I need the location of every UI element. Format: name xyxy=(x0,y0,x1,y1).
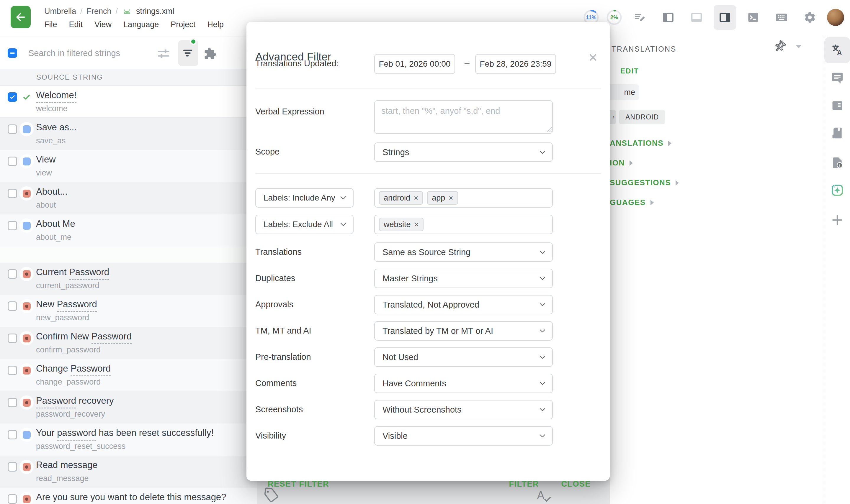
resize-grip[interactable] xyxy=(546,127,552,132)
row-checkbox[interactable] xyxy=(8,269,17,279)
status-halo xyxy=(19,331,34,345)
row-checkbox[interactable] xyxy=(8,462,17,471)
source-string-column-label: SOURCE STRING xyxy=(36,73,103,82)
search-input[interactable] xyxy=(28,44,152,62)
list-item[interactable]: About... about xyxy=(0,182,257,214)
panel-link-suggestions[interactable]: SUGGESTIONS xyxy=(610,173,679,193)
date-from-input[interactable]: Feb 01, 2026 00:00 xyxy=(374,54,455,74)
keyboard-icon[interactable] xyxy=(770,5,793,30)
list-item[interactable]: Read message read_message xyxy=(0,456,257,488)
row-checkbox[interactable] xyxy=(8,301,17,311)
translate-icon[interactable]: A xyxy=(824,37,850,63)
comment-icon[interactable] xyxy=(824,65,850,91)
menu-item-view[interactable]: View xyxy=(94,20,111,29)
list-item[interactable]: Confirm New Password confirm_password xyxy=(0,327,257,359)
remove-tag-icon[interactable]: × xyxy=(414,194,418,203)
list-item[interactable]: New Password new_password xyxy=(0,295,257,327)
date-to-input[interactable]: Feb 28, 2026 23:59 xyxy=(475,54,556,74)
select-all-checkbox[interactable] xyxy=(8,48,17,58)
label-tag-android: android× xyxy=(379,191,423,205)
filter-label: Visibility xyxy=(255,431,286,440)
source-string-text: Are you sure you want to delete this mes… xyxy=(36,492,226,503)
source-strings-panel: SOURCE STRING Welcome! welcome Save as..… xyxy=(0,37,257,504)
string-key: password_recovery xyxy=(36,410,105,419)
glossary-book-icon[interactable] xyxy=(824,120,850,146)
filter-active-dot xyxy=(190,38,196,45)
layout-bottom-panel-icon[interactable] xyxy=(685,5,708,30)
reset-filter-button[interactable]: RESET FILTER xyxy=(268,480,329,489)
verbal-expression-input[interactable] xyxy=(374,100,553,134)
filter-select-comments[interactable]: Have Comments xyxy=(374,374,553,393)
puzzle-icon[interactable] xyxy=(201,44,220,63)
filter-select-pre-translation[interactable]: Not Used xyxy=(374,347,553,367)
row-checkbox[interactable] xyxy=(8,221,17,230)
list-item[interactable]: Your password has been reset successfull… xyxy=(0,424,257,456)
filter-select-duplicates[interactable]: Master Strings xyxy=(374,269,553,288)
menu-item-project[interactable]: Project xyxy=(171,20,195,29)
labels-tag-field[interactable]: android×app× xyxy=(374,188,553,208)
chevron-down-icon[interactable] xyxy=(796,45,802,48)
breadcrumb-language[interactable]: French xyxy=(87,7,111,16)
layout-right-panel-icon[interactable] xyxy=(714,5,736,30)
menu-item-language[interactable]: Language xyxy=(123,20,159,29)
back-button[interactable] xyxy=(11,6,31,28)
terminal-icon[interactable] xyxy=(742,5,764,30)
list-item[interactable]: Welcome! welcome xyxy=(0,86,257,118)
list-gap xyxy=(0,247,257,263)
source-string-text: Welcome! xyxy=(36,90,76,101)
menu-item-file[interactable]: File xyxy=(44,20,57,29)
draft-edit-icon[interactable] xyxy=(629,5,651,30)
chevron-right-icon xyxy=(668,141,672,146)
row-checkbox[interactable] xyxy=(8,494,17,504)
ai-assist-icon[interactable] xyxy=(824,177,850,203)
list-item[interactable]: Change Password change_password xyxy=(0,359,257,391)
menu-item-edit[interactable]: Edit xyxy=(69,20,83,29)
status-issue-icon xyxy=(23,495,31,503)
edit-link[interactable]: EDIT xyxy=(620,67,639,75)
file-info-icon[interactable]: i xyxy=(824,150,850,176)
panel-link-ion[interactable]: ION xyxy=(610,153,679,173)
scope-select[interactable]: Strings xyxy=(374,142,553,162)
row-checkbox[interactable] xyxy=(8,124,17,134)
gear-icon[interactable] xyxy=(799,5,821,30)
row-checkbox[interactable] xyxy=(8,398,17,407)
close-button[interactable]: CLOSE xyxy=(561,480,591,489)
panel-link-anslations[interactable]: ANSLATIONS xyxy=(610,133,679,153)
breadcrumb-file[interactable]: strings.xml xyxy=(136,7,174,16)
menu-item-help[interactable]: Help xyxy=(207,20,224,29)
list-item[interactable]: View view xyxy=(0,150,257,182)
breadcrumb-project[interactable]: Umbrella xyxy=(44,7,76,16)
row-checkbox[interactable] xyxy=(8,334,17,343)
filter-select-approvals[interactable]: Translated, Not Approved xyxy=(374,295,553,314)
filter-select-visibility[interactable]: Visible xyxy=(374,426,553,446)
filter-select-screenshots[interactable]: Without Screenshots xyxy=(374,400,553,419)
list-item[interactable]: Password recovery password_recovery xyxy=(0,391,257,424)
labels-mode-select[interactable]: Labels: Exclude All xyxy=(255,215,353,234)
remove-tag-icon[interactable]: × xyxy=(414,220,419,229)
row-checkbox[interactable] xyxy=(8,189,17,198)
chevron-right-icon xyxy=(629,160,633,166)
filter-select-tm-mt-and-ai[interactable]: Translated by TM or MT or AI xyxy=(374,321,553,341)
avatar[interactable] xyxy=(827,9,844,26)
labels-mode-select[interactable]: Labels: Include Any xyxy=(255,188,353,208)
list-item[interactable]: Are you sure you want to delete this mes… xyxy=(0,488,257,504)
row-checkbox[interactable] xyxy=(8,366,17,375)
list-item[interactable]: Current Password current_password xyxy=(0,263,257,295)
remove-tag-icon[interactable]: × xyxy=(449,194,453,203)
pin-icon[interactable] xyxy=(773,40,786,54)
filter-button[interactable]: FILTER xyxy=(509,480,539,489)
filter-select-translations[interactable]: Same as Source String xyxy=(374,242,553,262)
row-checkbox[interactable] xyxy=(8,430,17,439)
list-item[interactable]: Save as... save_as xyxy=(0,118,257,150)
row-checkbox[interactable] xyxy=(8,92,17,102)
row-checkbox[interactable] xyxy=(8,157,17,166)
tune-icon[interactable] xyxy=(154,44,173,63)
journal-icon[interactable] xyxy=(824,93,850,119)
plus-icon[interactable] xyxy=(824,207,850,233)
string-key: new_password xyxy=(36,313,89,322)
list-item[interactable]: About Me about_me xyxy=(0,214,257,247)
labels-tag-field[interactable]: website× xyxy=(374,215,553,234)
source-string-text: Your password has been reset successfull… xyxy=(36,428,214,438)
layout-left-panel-icon[interactable] xyxy=(657,5,679,30)
panel-link-guages[interactable]: GUAGES xyxy=(610,193,679,212)
